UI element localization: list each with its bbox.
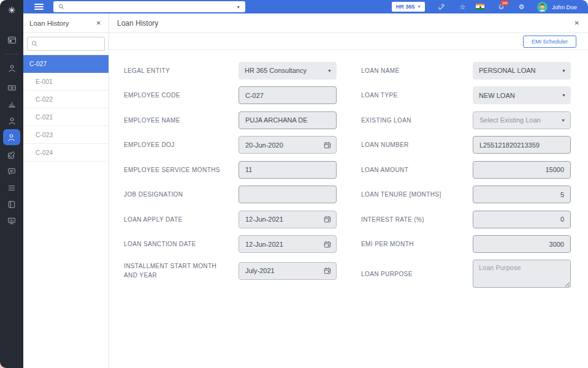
chart-board-icon[interactable]: [0, 213, 23, 229]
employee-code-input[interactable]: [239, 86, 337, 104]
loan-apply-date-input[interactable]: 12-Jun-2021: [239, 211, 337, 228]
loan-history-list-panel: Loan History ✕ C-027 E-001 C-022 C-021 C…: [23, 13, 109, 368]
field-label: LOAN NUMBER: [361, 140, 473, 149]
app-logo-icon[interactable]: ✳: [0, 0, 23, 21]
compose-note-icon[interactable]: [0, 147, 23, 163]
global-search-input[interactable]: [68, 4, 237, 10]
field-label: LOAN SANCTION DATE: [124, 239, 239, 249]
app-window: ▼ HR 365 ▼ ☆: [0, 0, 588, 368]
calendar-icon: [323, 141, 332, 149]
form-field: LOAN AMOUNT: [361, 157, 573, 182]
emi-scheduler-button[interactable]: EMI Scheduler: [523, 36, 576, 48]
menu-lines-icon[interactable]: [0, 180, 23, 196]
global-search[interactable]: ▼: [53, 1, 245, 12]
user-name[interactable]: John Doe: [552, 4, 577, 10]
calendar-icon: [323, 215, 332, 223]
form-field: LEGAL ENTITY HR 365 Consultancy ▼: [124, 58, 338, 83]
form-field: EMI PER MONTH: [361, 232, 573, 257]
list-item[interactable]: E-001: [23, 73, 109, 91]
chevron-down-icon: ▼: [417, 5, 421, 9]
field-label: LOAN APPLY DATE: [124, 215, 239, 224]
form-column-right: LOAN NAME PERSONAL LOAN ▼ LOAN TYPE NEW …: [361, 58, 573, 291]
sidebar-divider: [5, 54, 18, 54]
list-search[interactable]: [27, 37, 105, 51]
form-column-left: LEGAL ENTITY HR 365 Consultancy ▼ EMPLOY…: [124, 58, 338, 285]
form-field: EMPLOYEE SERVICE MONTHS: [124, 157, 338, 182]
main-panel-header: Loan History ✕: [109, 13, 588, 33]
form-field: JOB DESIGNATION: [124, 182, 338, 208]
existing-loan-select[interactable]: Select Existing Loan ▼: [473, 111, 571, 129]
loan-name-select[interactable]: PERSONAL LOAN ▼: [473, 62, 571, 80]
employee-list: C-027 E-001 C-022 C-021 C-023 C-024: [23, 55, 109, 162]
list-item[interactable]: C-023: [23, 126, 109, 144]
menu-icon[interactable]: [34, 4, 44, 10]
loan-type-select[interactable]: NEW LOAN ▼: [473, 86, 571, 104]
form-field: INSTALLMENT START MONTH AND YEAR July-20…: [124, 257, 338, 285]
list-search-input[interactable]: [41, 41, 96, 47]
field-label: EMPLOYEE SERVICE MONTHS: [124, 165, 239, 175]
form-field: EMPLOYEE NAME: [124, 108, 338, 133]
field-label: EXISTING LOAN: [361, 116, 473, 125]
emi-per-month-input[interactable]: [473, 235, 571, 253]
settings-gear-icon[interactable]: ⚙: [514, 3, 529, 11]
notifications-bell-icon[interactable]: 349: [494, 3, 508, 11]
close-icon[interactable]: ✕: [96, 20, 101, 26]
chevron-down-icon[interactable]: ▼: [237, 5, 240, 9]
book-icon[interactable]: [0, 197, 23, 212]
nav-sidebar: ✳: [0, 0, 23, 368]
close-icon[interactable]: ✕: [575, 20, 579, 26]
analytics-bars-icon[interactable]: [0, 96, 23, 112]
link-icon[interactable]: [435, 3, 449, 11]
loan-amount-input[interactable]: [473, 161, 571, 179]
workspace-selector[interactable]: HR 365 ▼: [392, 2, 425, 12]
loan-tenure-input[interactable]: [473, 186, 571, 203]
employee-icon[interactable]: [0, 60, 23, 76]
field-label: LOAN TYPE: [361, 91, 473, 100]
list-item[interactable]: C-027: [23, 55, 109, 73]
list-panel-title: Loan History: [29, 20, 96, 27]
list-item[interactable]: C-021: [23, 108, 109, 126]
loan-sanction-date-input[interactable]: 12-Jun-2021: [239, 235, 337, 253]
field-label: LOAN AMOUNT: [361, 165, 473, 175]
dashboard-icon[interactable]: [0, 32, 23, 48]
top-bar: ▼ HR 365 ▼ ☆: [23, 0, 588, 13]
language-flag-icon[interactable]: [473, 4, 487, 10]
form-field: LOAN SANCTION DATE 12-Jun-2021: [124, 232, 338, 257]
employee-name-input[interactable]: [239, 111, 337, 129]
chat-icon[interactable]: [0, 163, 23, 179]
interest-rate-input[interactable]: [473, 211, 571, 228]
loan-number-input[interactable]: [473, 136, 571, 154]
loan-purpose-textarea[interactable]: [473, 260, 571, 288]
loan-form: LEGAL ENTITY HR 365 Consultancy ▼ EMPLOY…: [109, 50, 588, 368]
form-field: LOAN NUMBER: [361, 133, 573, 158]
form-field: EMPLOYEE DOJ 20-Jun-2020: [124, 133, 338, 158]
field-label: EMPLOYEE CODE: [124, 91, 239, 100]
payroll-cash-icon[interactable]: [0, 80, 23, 96]
form-field: LOAN TENURE [MONTHS]: [361, 182, 573, 208]
chevron-down-icon: ▼: [327, 69, 332, 73]
field-label: LOAN TENURE [MONTHS]: [361, 190, 473, 199]
loans-user-icon-selected[interactable]: [0, 129, 23, 145]
people-icon[interactable]: [0, 113, 23, 129]
list-item[interactable]: C-024: [23, 144, 109, 162]
employee-service-months-input[interactable]: [239, 161, 337, 179]
employee-doj-date-input[interactable]: 20-Jun-2020: [239, 136, 337, 154]
list-item[interactable]: C-022: [23, 91, 109, 108]
avatar[interactable]: [537, 2, 548, 12]
field-label: JOB DESIGNATION: [124, 190, 239, 199]
page-title: Loan History: [117, 19, 575, 28]
form-field: LOAN APPLY DATE 12-Jun-2021: [124, 207, 338, 232]
workspace-label: HR 365: [396, 4, 415, 10]
calendar-icon: [323, 240, 332, 249]
installment-start-date-input[interactable]: July-2021: [239, 262, 337, 280]
form-field: INTEREST RATE (%): [361, 207, 573, 232]
list-search-wrap: [23, 33, 109, 55]
field-label: EMI PER MONTH: [361, 239, 473, 249]
job-designation-input[interactable]: [239, 186, 337, 203]
form-field: LOAN PURPOSE: [361, 257, 573, 291]
topbar-right-cluster: HR 365 ▼ ☆: [392, 0, 582, 13]
field-label: LOAN PURPOSE: [361, 269, 473, 279]
field-label: EMPLOYEE NAME: [124, 116, 239, 125]
legal-entity-select[interactable]: HR 365 Consultancy ▼: [239, 62, 337, 80]
star-icon[interactable]: ☆: [455, 3, 470, 11]
